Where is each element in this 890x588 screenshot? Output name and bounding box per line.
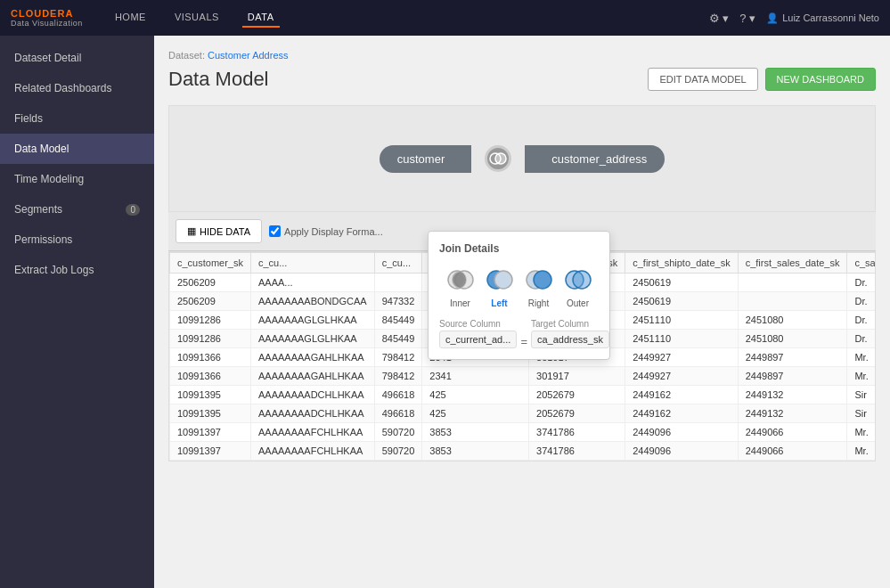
sidebar-label: Time Modeling [14, 173, 84, 185]
gear-icon[interactable]: ⚙ ▾ [709, 12, 730, 25]
right-label: Right [528, 298, 549, 308]
table-cell: AAAAAAAAGAHLHKAA [250, 367, 374, 386]
table-cell [738, 292, 847, 311]
table-cell: 3853 [422, 423, 529, 442]
col-header-c-salutation: c_salutation [847, 253, 876, 274]
logo-bottom: Data Visualization [11, 19, 83, 28]
table-cell: 798412 [374, 348, 422, 367]
table-cell: Dr. [847, 274, 876, 292]
table-cell: Sir [847, 404, 876, 423]
table-cell: 3741786 [529, 442, 625, 461]
header-buttons: EDIT DATA MODEL NEW DASHBOARD [648, 68, 876, 91]
apply-display-format-label[interactable]: Apply Display Forma... [269, 225, 383, 237]
table-cell: 2449927 [625, 348, 738, 367]
sidebar-label: Permissions [14, 233, 72, 246]
join-type-icon[interactable] [485, 145, 511, 172]
table-cell: Dr. [847, 292, 876, 311]
table-cell: AAAAAAAGLGLHKAA [250, 330, 374, 348]
table-cell: 947332 [374, 292, 422, 311]
target-column-value[interactable]: ca_address_sk [531, 331, 609, 348]
join-type-outer[interactable]: Outer [562, 264, 594, 308]
table-row: 10991397AAAAAAAAFCHLHKAA5907203853374178… [170, 423, 877, 442]
table-cell: 845449 [374, 311, 422, 330]
page-title: Data Model [168, 68, 269, 91]
top-nav: CLOUDERA Data Visualization HOME VISUALS… [0, 0, 890, 36]
join-connector [471, 145, 525, 172]
table-cell: AAAAAAAABONDGCAA [250, 292, 374, 311]
sidebar-item-segments[interactable]: Segments 0 [0, 194, 154, 225]
sidebar-item-time-modeling[interactable]: Time Modeling [0, 164, 154, 194]
table-cell: 10991286 [170, 330, 251, 348]
left-label: Left [491, 298, 507, 308]
table-cell: 10991395 [170, 404, 251, 423]
svg-point-1 [495, 153, 506, 164]
app-logo: CLOUDERA Data Visualization [11, 8, 83, 28]
edit-data-model-button[interactable]: EDIT DATA MODEL [648, 68, 757, 91]
nav-visuals[interactable]: VISUALS [169, 8, 225, 28]
sidebar-item-dataset-detail[interactable]: Dataset Detail [0, 43, 154, 73]
col-header-c-first-sales: c_first_sales_date_sk [738, 253, 847, 274]
segments-badge: 0 [126, 204, 140, 216]
equals-sign: = [520, 335, 527, 348]
join-diagram: customer customer_address Join Details [168, 105, 876, 212]
inner-label: Inner [450, 298, 470, 308]
help-icon[interactable]: ? ▾ [739, 12, 755, 25]
table-cell: 10991397 [170, 423, 251, 442]
table-cell: 2052679 [529, 404, 625, 423]
table-cell: 2449096 [625, 442, 738, 461]
sidebar: Dataset Detail Related Dashboards Fields… [0, 36, 154, 588]
table-cell: 301917 [529, 367, 625, 386]
svg-point-6 [494, 271, 512, 289]
table-cell: 10991397 [170, 442, 251, 461]
table-cell: 590720 [374, 423, 422, 442]
col-header-c-cu-1: c_cu... [250, 253, 374, 274]
source-column-group: Source Column c_current_ad... [439, 319, 517, 348]
target-column-label: Target Column [531, 319, 609, 329]
table-cell: Mr. [847, 367, 876, 386]
logo-top: CLOUDERA [11, 8, 83, 19]
table-cell: Dr. [847, 330, 876, 348]
join-popup-title: Join Details [439, 242, 599, 255]
table-row: 10991395AAAAAAAADCHLHKAA4966184252052679… [170, 386, 877, 404]
table-cell: AAAA... [250, 274, 374, 292]
table-cell: Mr. [847, 348, 876, 367]
table-cell: 2449066 [738, 442, 847, 461]
sidebar-item-extract-job-logs[interactable]: Extract Job Logs [0, 255, 154, 285]
table-cell: 425 [422, 386, 529, 404]
sidebar-label: Segments [14, 203, 62, 216]
table-cell: 2449096 [625, 423, 738, 442]
join-type-inner[interactable]: Inner [445, 264, 477, 308]
table-row: 10991366AAAAAAAAGAHLHKAA7984122341301917… [170, 367, 877, 386]
new-dashboard-button[interactable]: NEW DASHBOARD [765, 68, 876, 91]
sidebar-label: Fields [14, 112, 43, 125]
hide-data-button[interactable]: ▦ HIDE DATA [176, 219, 262, 243]
table-cell: AAAAAAAGLGLHKAA [250, 311, 374, 330]
sidebar-label: Dataset Detail [14, 52, 81, 64]
nav-data[interactable]: DATA [242, 8, 280, 28]
svg-point-8 [534, 271, 551, 289]
table-cell: 2449132 [738, 404, 847, 423]
table-cell: AAAAAAAAGAHLHKAA [250, 348, 374, 367]
join-type-left[interactable]: Left [484, 264, 516, 308]
table-cell: 798412 [374, 367, 422, 386]
nav-home[interactable]: HOME [110, 8, 151, 28]
table-cell: 2449897 [738, 348, 847, 367]
table-cell: 2449927 [625, 367, 738, 386]
main-content: Dataset: Customer Address Data Model EDI… [154, 36, 890, 588]
table-cell: 2450619 [625, 274, 738, 292]
apply-display-format-text: Apply Display Forma... [284, 226, 383, 237]
sidebar-item-data-model[interactable]: Data Model [0, 134, 154, 164]
table-cell: 2449066 [738, 423, 847, 442]
join-type-right[interactable]: Right [523, 264, 555, 308]
svg-point-10 [573, 271, 591, 289]
left-table-node: customer [380, 145, 471, 173]
table-cell: Mr. [847, 423, 876, 442]
table-cell [374, 274, 422, 292]
sidebar-item-permissions[interactable]: Permissions [0, 225, 154, 255]
sidebar-item-fields[interactable]: Fields [0, 103, 154, 134]
sidebar-item-related-dashboards[interactable]: Related Dashboards [0, 73, 154, 103]
breadcrumb: Dataset: Customer Address [168, 50, 876, 61]
table-cell: 845449 [374, 330, 422, 348]
apply-display-format-checkbox[interactable] [269, 225, 281, 237]
source-column-value[interactable]: c_current_ad... [439, 331, 517, 348]
